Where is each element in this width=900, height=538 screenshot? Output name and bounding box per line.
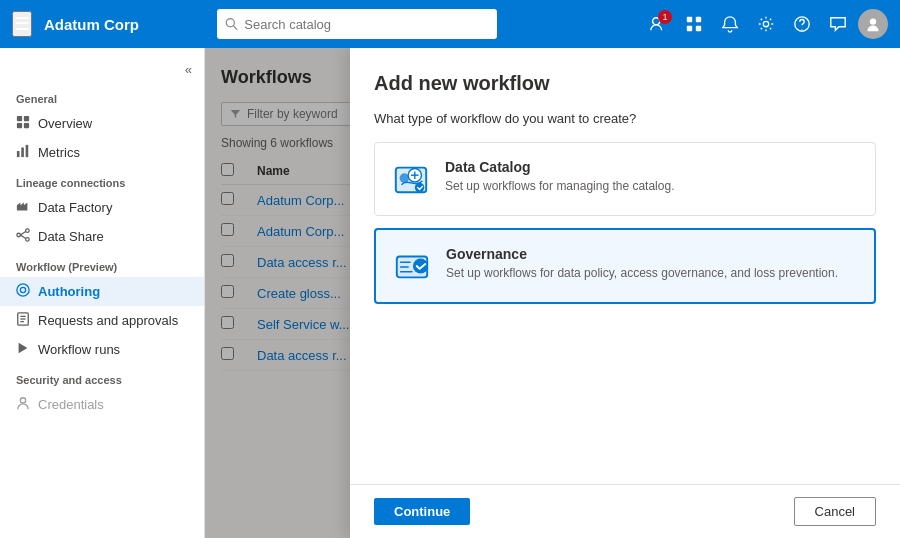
play-svg-icon [16,341,30,355]
svg-point-17 [26,229,30,233]
bell-button[interactable] [714,8,746,40]
credentials-icon [16,396,30,413]
sidebar-item-authoring[interactable]: Authoring [0,277,204,306]
svg-rect-10 [17,116,22,121]
sidebar-item-metrics[interactable]: Metrics [0,138,204,167]
modal-title: Add new workflow [374,72,876,95]
gear-icon [757,15,775,33]
section-label-workflow: Workflow (Preview) [0,251,204,277]
option-data-catalog[interactable]: Data Catalog Set up workflows for managi… [374,142,876,216]
sidebar-item-credentials[interactable]: Credentials [0,390,204,419]
add-workflow-panel: Add new workflow What type of workflow d… [350,48,900,538]
workflow-runs-label: Workflow runs [38,342,120,357]
svg-rect-14 [17,151,20,157]
factory-svg-icon [16,199,30,213]
topnav-icon-group: 1 [642,8,888,40]
continue-button[interactable]: Continue [374,498,470,525]
notifications-button[interactable]: 1 [642,8,674,40]
data-factory-label: Data Factory [38,200,112,215]
svg-rect-6 [696,26,701,31]
requests-svg-icon [16,312,30,326]
user-avatar-button[interactable] [858,9,888,39]
switch-apps-button[interactable] [678,8,710,40]
sidebar-item-data-share[interactable]: Data Share [0,222,204,251]
governance-option-desc: Set up workflows for data policy, access… [446,266,858,280]
overview-label: Overview [38,116,92,131]
sidebar: « General Overview Metrics Lineage conne… [0,48,205,538]
metrics-svg-icon [16,144,30,158]
workflow-runs-icon [16,341,30,358]
content-area: Workflows ＋ New ✏ Edit [205,48,900,538]
section-label-security: Security and access [0,364,204,390]
svg-point-23 [20,287,25,292]
cancel-button[interactable]: Cancel [794,497,876,526]
section-label-lineage: Lineage connections [0,167,204,193]
overview-svg-icon [16,115,30,129]
top-navigation: ☰ Adatum Corp 1 [0,0,900,48]
svg-rect-13 [24,123,29,128]
modal-body: Add new workflow What type of workflow d… [350,48,900,484]
modal-overlay: Add new workflow What type of workflow d… [205,48,900,538]
svg-marker-28 [19,343,28,354]
svg-point-19 [17,233,21,237]
settings-button[interactable] [750,8,782,40]
svg-point-22 [17,284,29,296]
requests-approvals-label: Requests and approvals [38,313,178,328]
svg-line-20 [20,232,25,236]
section-label-general: General [0,83,204,109]
sidebar-item-requests-approvals[interactable]: Requests and approvals [0,306,204,335]
svg-point-0 [227,19,235,27]
sidebar-item-data-factory[interactable]: Data Factory [0,193,204,222]
data-share-icon [16,228,30,245]
hamburger-menu-button[interactable]: ☰ [12,11,32,37]
data-factory-icon [16,199,30,216]
grid-icon [685,15,703,33]
help-button[interactable] [786,8,818,40]
metrics-icon [16,144,30,161]
notification-badge: 1 [658,10,672,24]
svg-point-18 [26,238,30,242]
catalog-svg-icon [392,160,430,198]
requests-icon [16,312,30,329]
question-icon [793,15,811,33]
bell-icon [721,15,739,33]
svg-line-21 [20,235,25,239]
governance-option-content: Governance Set up workflows for data pol… [446,246,858,280]
metrics-label: Metrics [38,145,80,160]
person-svg-icon [16,396,30,410]
sidebar-collapse-row: « [0,56,204,83]
option-governance[interactable]: Governance Set up workflows for data pol… [374,228,876,304]
main-layout: « General Overview Metrics Lineage conne… [0,48,900,538]
modal-footer: Continue Cancel [350,484,900,538]
data-catalog-option-icon [391,159,431,199]
svg-point-39 [413,258,428,273]
svg-point-7 [763,21,768,26]
authoring-label: Authoring [38,284,100,299]
svg-point-9 [870,18,876,24]
sidebar-item-overview[interactable]: Overview [0,109,204,138]
search-input[interactable] [244,17,489,32]
svg-rect-4 [696,17,701,22]
governance-option-icon [392,246,432,286]
authoring-icon [16,283,30,300]
avatar-icon [865,16,881,32]
data-share-label: Data Share [38,229,104,244]
sidebar-collapse-button[interactable]: « [181,60,196,79]
svg-rect-12 [17,123,22,128]
svg-rect-15 [21,148,24,158]
svg-rect-16 [26,145,29,157]
data-catalog-option-desc: Set up workflows for managing the catalo… [445,179,859,193]
modal-backdrop [205,48,350,538]
feedback-button[interactable] [822,8,854,40]
data-catalog-option-title: Data Catalog [445,159,859,175]
svg-rect-5 [687,26,692,31]
overview-icon [16,115,30,132]
svg-point-29 [20,398,25,403]
search-bar [217,9,497,39]
authoring-svg-icon [16,283,30,297]
credentials-label: Credentials [38,397,104,412]
search-icon [225,17,238,31]
sidebar-item-workflow-runs[interactable]: Workflow runs [0,335,204,364]
svg-line-1 [234,26,238,30]
modal-question: What type of workflow do you want to cre… [374,111,876,126]
